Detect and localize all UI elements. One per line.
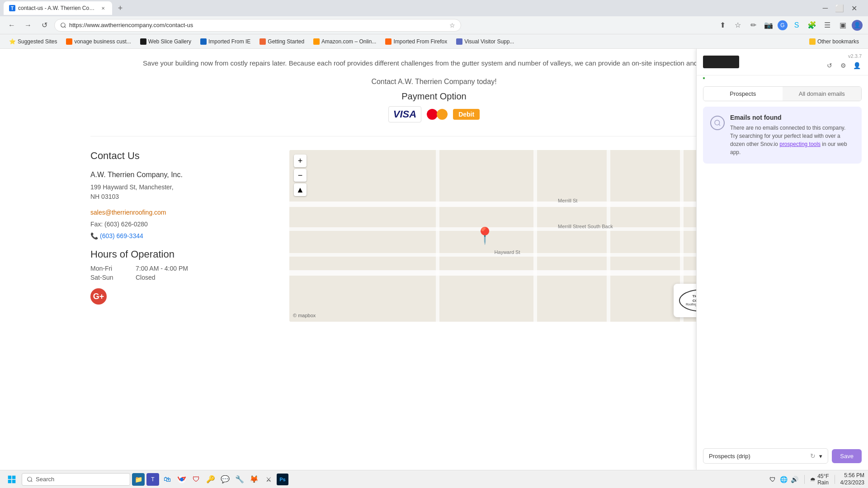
prospecting-tools-link[interactable]: prospecting tools bbox=[779, 141, 821, 147]
sidebar-icon[interactable]: ▣ bbox=[836, 19, 849, 32]
svg-rect-3 bbox=[12, 475, 16, 479]
map-pin: 📍 bbox=[475, 226, 495, 245]
tab-prospects[interactable]: Prospects bbox=[703, 87, 783, 101]
pen-icon[interactable]: ✏ bbox=[747, 19, 760, 32]
svg-point-1 bbox=[715, 120, 720, 125]
skype-icon[interactable]: S bbox=[790, 19, 803, 32]
tray-security-icon[interactable]: 🛡 bbox=[768, 475, 777, 484]
refresh-button[interactable]: ↺ bbox=[38, 19, 51, 32]
active-tab[interactable]: T contact-us - A.W. Therrien Compan... ✕ bbox=[4, 1, 112, 15]
getting-started-label: Getting Started bbox=[268, 38, 304, 45]
bookmark-visual-visitor[interactable]: Visual Visitor Supp... bbox=[453, 38, 518, 46]
taskbar-security-icon[interactable]: 🛡 bbox=[190, 473, 203, 486]
email-link[interactable]: sales@therrienroofing.com bbox=[90, 209, 271, 216]
hours-row-weekday: Mon-Fri 7:00 AM - 4:00 PM bbox=[90, 265, 271, 272]
toolbar-icons: ⬆ ☆ ✏ 📷 G S 🧩 ☰ ▣ 👤 bbox=[716, 19, 863, 32]
suggested-sites-icon: ⭐ bbox=[9, 38, 16, 45]
bookmarks-bar: ⭐ Suggested Sites vonage business cust..… bbox=[0, 34, 868, 49]
bookmark-imported-firefox[interactable]: Imported From Firefox bbox=[382, 38, 451, 46]
save-button[interactable]: Save bbox=[832, 449, 862, 463]
clock-date: 4/23/2023 bbox=[840, 479, 864, 487]
visual-visitor-icon bbox=[456, 38, 462, 45]
taskbar-chrome-icon[interactable] bbox=[175, 473, 188, 486]
taskbar-keepass-icon[interactable]: 🔑 bbox=[204, 473, 217, 486]
bookmark-web-slice[interactable]: Web Slice Gallery bbox=[137, 38, 195, 46]
phone-icon: 📞 bbox=[90, 232, 98, 239]
weather-temp: 45°F bbox=[817, 473, 829, 479]
address-input[interactable]: https://www.awtherriencompany.com/contac… bbox=[54, 19, 461, 32]
contact-heading: Contact Us bbox=[90, 150, 271, 162]
menu-icon[interactable]: ☰ bbox=[821, 19, 834, 32]
taskbar-clock[interactable]: 5:56 PM 4/23/2023 bbox=[840, 472, 864, 486]
zoom-in-button[interactable]: + bbox=[294, 155, 307, 167]
settings-icon[interactable]: ⚙ bbox=[838, 61, 848, 70]
panel-bottom-spacer bbox=[697, 464, 868, 470]
back-button[interactable]: ← bbox=[5, 19, 18, 32]
bookmark-suggested-sites[interactable]: ⭐ Suggested Sites bbox=[5, 38, 61, 46]
taskbar-dev-icon[interactable]: 🔧 bbox=[233, 473, 246, 486]
panel-header-icons: ↺ ⚙ 👤 bbox=[825, 61, 862, 70]
taskbar-photoshop-icon[interactable]: Ps bbox=[277, 474, 288, 485]
taskbar-store-icon[interactable]: 🛍 bbox=[161, 473, 174, 486]
panel-version: v2.3.7 bbox=[848, 53, 862, 59]
share-icon[interactable]: ⬆ bbox=[716, 19, 729, 32]
other-bookmarks[interactable]: Other bookmarks bbox=[806, 38, 863, 46]
history-icon[interactable]: ↺ bbox=[825, 61, 835, 70]
google-plus-icon[interactable]: G+ bbox=[90, 288, 107, 305]
new-tab-button[interactable]: + bbox=[114, 2, 127, 14]
taskbar-teams-icon[interactable]: T bbox=[146, 473, 159, 486]
forward-button[interactable]: → bbox=[22, 19, 34, 32]
screenshot-icon[interactable]: 📷 bbox=[762, 19, 775, 32]
weekend-label: Sat-Sun bbox=[90, 274, 127, 281]
panel-tabs: Prospects All domain emails bbox=[703, 86, 862, 101]
taskbar-firefox-icon[interactable]: 🦊 bbox=[248, 473, 260, 486]
tab-all-domain-emails[interactable]: All domain emails bbox=[783, 87, 862, 101]
extensions-icon[interactable]: G bbox=[778, 20, 788, 30]
amazon-label: Amazon.com – Onlin... bbox=[321, 38, 376, 45]
prospects-dropdown[interactable]: Prospects (drip) ↻ ▾ bbox=[703, 448, 828, 464]
bookmark-icon[interactable]: ☆ bbox=[731, 19, 744, 32]
orientation-button[interactable]: ▲ bbox=[294, 183, 307, 196]
svg-point-0 bbox=[61, 23, 65, 27]
tab-favicon: T bbox=[9, 5, 15, 11]
map-road-vertical-1 bbox=[436, 150, 439, 322]
taskbar-explorer-icon[interactable]: 📁 bbox=[132, 473, 145, 486]
weather-widget[interactable]: 🌧 45°F Rain bbox=[810, 473, 829, 486]
emails-not-found-content: Emails not found There are no emails con… bbox=[730, 114, 854, 156]
window-close-button[interactable]: ✕ bbox=[849, 2, 859, 14]
start-button[interactable] bbox=[4, 471, 20, 488]
taskbar-teams2-icon[interactable]: 💬 bbox=[219, 473, 231, 486]
bookmark-getting-started[interactable]: Getting Started bbox=[256, 38, 308, 46]
contact-details: Contact Us A.W. Therrien Company, Inc. 1… bbox=[90, 150, 271, 322]
visual-visitor-label: Visual Visitor Supp... bbox=[464, 38, 514, 45]
tab-bar: T contact-us - A.W. Therrien Compan... ✕… bbox=[0, 0, 868, 16]
bookmark-vonage[interactable]: vonage business cust... bbox=[62, 38, 134, 46]
tray-sound-icon[interactable]: 🔊 bbox=[790, 475, 799, 484]
bookmark-imported-ie[interactable]: Imported From IE bbox=[197, 38, 254, 46]
tab-close-button[interactable]: ✕ bbox=[99, 5, 107, 12]
bookmark-amazon[interactable]: Amazon.com – Onlin... bbox=[310, 38, 380, 46]
dropdown-label: Prospects (drip) bbox=[709, 453, 750, 460]
web-slice-icon bbox=[140, 38, 146, 45]
emails-not-found-title: Emails not found bbox=[730, 114, 854, 121]
window-restore-button[interactable]: ⬜ bbox=[833, 2, 846, 14]
profile-panel-icon[interactable]: 👤 bbox=[852, 61, 862, 70]
company-name: A.W. Therrien Company, Inc. bbox=[90, 171, 271, 179]
panel-header: v2.3.7 ↺ ⚙ 👤 bbox=[697, 49, 868, 75]
imported-firefox-label: Imported From Firefox bbox=[393, 38, 447, 45]
address-bar: ← → ↺ https://www.awtherriencompany.com/… bbox=[0, 16, 868, 34]
mc-right-circle bbox=[437, 109, 448, 120]
window-minimize-button[interactable]: ─ bbox=[821, 2, 830, 14]
puzzle-icon[interactable]: 🧩 bbox=[806, 19, 818, 32]
contact-today-text: Contact A.W. Therrien Company today! bbox=[371, 78, 496, 85]
street-label-merrill: Merrill St bbox=[558, 198, 577, 203]
phone[interactable]: 📞 (603) 669-3344 bbox=[90, 232, 271, 239]
taskbar-search-bar[interactable]: Search bbox=[22, 473, 130, 486]
mapbox-attribution: © mapbox bbox=[293, 313, 316, 318]
profile-icon[interactable]: 👤 bbox=[852, 20, 863, 31]
tray-network-icon[interactable]: 🌐 bbox=[779, 475, 788, 484]
imported-ie-icon bbox=[200, 38, 207, 45]
hours-heading: Hours of Operation bbox=[90, 249, 271, 260]
zoom-out-button[interactable]: − bbox=[294, 169, 307, 182]
taskbar-ninjarmm-icon[interactable]: ⚔ bbox=[262, 473, 275, 486]
